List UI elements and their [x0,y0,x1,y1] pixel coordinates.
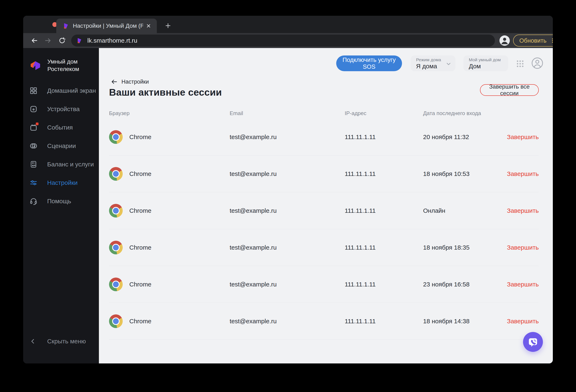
headset-icon [29,197,38,205]
table-row: Chrometest@example.ru111.11.1.1118 ноябр… [99,155,553,192]
session-ip: 111.11.1.11 [345,170,376,177]
browser-profile-avatar[interactable] [499,35,510,46]
my-home-label: Мой умный дом [469,57,508,62]
my-home-value: Дом [469,63,508,70]
sidebar-item-scenarios[interactable]: Сценарии [23,137,99,155]
session-browser: Chrome [129,281,151,288]
column-header-email: Email [230,110,243,117]
sidebar: Умный дом Ростелеком Домашний экранУстро… [23,48,99,363]
browser-menu-icon[interactable] [550,38,553,43]
session-browser: Chrome [129,133,151,141]
chevron-left-icon [29,338,36,345]
end-session-link[interactable]: Завершить [507,133,539,141]
my-home-selector[interactable]: Мой умный дом Дом [463,56,508,71]
smarthome-favicon-icon [63,23,69,29]
back-button[interactable] [29,35,40,46]
session-email: test@example.ru [230,170,277,177]
sidebar-item-help[interactable]: Помощь [23,192,99,210]
session-ip: 111.11.1.11 [345,244,376,251]
sessions-table: Chrometest@example.ru111.11.1.1120 ноябр… [99,119,553,340]
column-header-ip: IP-адрес [345,110,366,117]
session-browser: Chrome [129,318,151,325]
session-last-login: 18 ноября 10:53 [423,170,469,177]
breadcrumb-back[interactable]: Настройки [111,78,149,85]
end-session-link[interactable]: Завершить [507,170,539,177]
tab-close-icon[interactable] [144,22,153,30]
sliders-icon [29,179,38,187]
session-last-login: Онлайн [423,207,445,214]
balance-icon [29,160,38,168]
url-text: lk.smarthome.rt.ru [87,37,137,44]
session-last-login: 18 ноября 18:35 [423,244,469,251]
sidebar-item-label: Настройки [47,179,78,186]
table-row: Chrometest@example.ru111.11.1.11ОнлайнЗа… [99,192,553,229]
apps-grid-icon[interactable] [516,60,524,68]
session-ip: 111.11.1.11 [345,133,376,141]
sidebar-item-home-screen[interactable]: Домашний экран [23,81,99,100]
column-header-browser: Браузер [109,110,130,117]
tab-strip: Настройки | Умный Дом (Рос [23,16,553,33]
address-bar[interactable]: lk.smarthome.rt.ru [71,34,495,47]
user-avatar[interactable] [531,57,543,69]
new-tab-button[interactable] [162,20,174,31]
chrome-update-button[interactable]: Обновить [513,34,553,47]
end-all-sessions-button[interactable]: Завершить все сессии [480,84,539,96]
table-row: Chrometest@example.ru111.11.1.1118 ноябр… [99,229,553,266]
collapse-menu-label: Скрыть меню [47,338,86,345]
smarthome-logo-icon [29,60,41,71]
device-icon [29,105,38,113]
viber-icon [527,336,539,348]
chrome-browser-icon [109,167,123,181]
desktop-background: Настройки | Умный Дом (Рос [0,0,576,392]
back-arrow-icon [111,78,118,85]
sidebar-item-balance[interactable]: Баланс и услуги [23,155,99,174]
grid-icon [29,87,38,95]
column-header-date: Дата последнего входа [423,110,481,117]
forward-button[interactable] [42,35,54,46]
sidebar-item-label: Устройства [47,106,80,113]
browser-tab[interactable]: Настройки | Умный Дом (Рос [56,19,157,33]
end-session-link[interactable]: Завершить [507,318,539,325]
session-last-login: 20 ноября 11:32 [423,133,469,141]
connect-sos-button[interactable]: Подключить услугу SOS [336,56,402,71]
table-row: Chrometest@example.ru111.11.1.1118 ноябр… [99,303,553,340]
app-logo[interactable]: Умный дом Ростелеком [29,58,79,73]
viber-chat-button[interactable] [523,332,543,352]
session-browser: Chrome [129,207,151,214]
calendar-icon [29,123,38,132]
sidebar-item-settings[interactable]: Настройки [23,174,99,192]
chrome-browser-icon [109,277,123,291]
table-row: Chrometest@example.ru111.11.1.1120 ноябр… [99,119,553,155]
app-logo-text: Умный дом Ростелеком [47,58,79,73]
chrome-browser-icon [109,241,123,254]
main-content: Подключить услугу SOS Режим дома Я дома … [99,48,553,363]
chrome-browser-icon [109,204,123,217]
page-title: Ваши активные сессии [109,87,222,98]
browser-window: Настройки | Умный Дом (Рос [23,16,553,363]
chrome-browser-icon [109,130,123,144]
session-ip: 111.11.1.11 [345,318,376,325]
session-browser: Chrome [129,244,151,251]
sidebar-item-label: Домашний экран [47,87,96,94]
session-email: test@example.ru [230,281,277,288]
scenarios-icon [29,142,38,150]
end-session-link[interactable]: Завершить [507,207,539,214]
sidebar-nav: Домашний экранУстройстваСобытияСценарииБ… [23,81,99,210]
sidebar-item-label: Сценарии [47,142,76,150]
update-label: Обновить [519,37,547,44]
notification-badge [36,122,38,125]
end-session-link[interactable]: Завершить [507,244,539,251]
collapse-menu-button[interactable]: Скрыть меню [29,338,86,345]
sidebar-item-events[interactable]: События [23,118,99,137]
sidebar-item-devices[interactable]: Устройства [23,100,99,118]
tab-title: Настройки | Умный Дом (Рос [73,23,143,29]
sidebar-item-label: Баланс и услуги [47,161,94,168]
reload-button[interactable] [56,35,68,46]
smarthome-favicon-icon [77,37,82,44]
home-mode-dropdown[interactable]: Режим дома Я дома [411,56,455,71]
session-browser: Chrome [129,170,151,177]
session-email: test@example.ru [230,133,277,141]
session-ip: 111.11.1.11 [345,207,376,214]
session-ip: 111.11.1.11 [345,281,376,288]
end-session-link[interactable]: Завершить [507,281,539,288]
